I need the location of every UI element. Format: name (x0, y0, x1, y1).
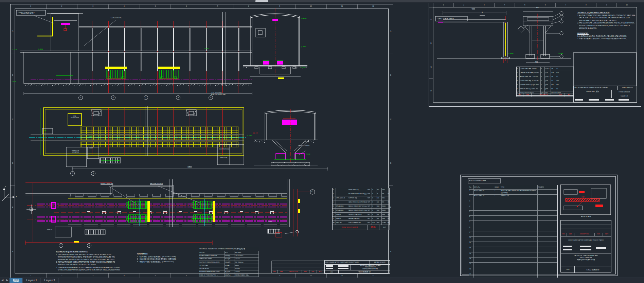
eq-item: PADDLE FEEDER (LEFT) 叶轮给煤机(左) (348, 205, 367, 209)
li-dwg (474, 216, 494, 221)
param-cn: 轨道型号 (225, 264, 234, 267)
pt-uwt: 3.1 (551, 87, 556, 91)
zone-number: 5 (140, 4, 171, 8)
tab-prev-icon[interactable]: ◀ (0, 278, 5, 283)
li-title (500, 216, 538, 221)
eq-h-no: No. (333, 221, 336, 225)
parts-row: 1 STEEL PLATE 钢板 -10 200×200 2 Q235 3.1 … (517, 87, 574, 91)
li-title (500, 242, 538, 247)
tab-next-icon[interactable]: ▶ (5, 278, 10, 283)
eq-no: 4 (333, 205, 336, 209)
li-no: 15 (469, 263, 474, 268)
eq-dwg: 8TB-A001.01 (336, 209, 348, 213)
note-line: MANUFACTURER'S INSTALLATION SPECIFICATIO… (56, 264, 161, 266)
eq-twt: 24000 (382, 209, 387, 213)
pt-item: STEEL PLATE 钢板 -10 200×200 (520, 87, 541, 91)
layout2-tab[interactable]: Layout2 (41, 278, 59, 283)
li-quan (494, 263, 500, 268)
eq-remark: CP23-S0806-03 (387, 192, 390, 196)
eq-h-item: ITEM & DIMENSIONS (348, 221, 367, 225)
grid-bubble-7: 7 (59, 243, 63, 248)
title-en1: LAYOUT OF TRACK HOPPER AND (360, 265, 381, 266)
list-row: 8 (469, 226, 557, 231)
pt-item: CHANNEL STEEL 槽钢 [25b×1880 (520, 83, 541, 87)
parts-row: 4 ANGLE STEEL 角钢 ∟63×6×180 3 Q235-A 1.8 … (517, 75, 574, 79)
eq-item: PADDLE FEEDER (RIGHT) 叶轮给煤机(右) (348, 209, 367, 213)
autocad-window: 123456789101112 123456789101112 ABCDEF A… (0, 0, 644, 283)
rev-label: REV. (517, 93, 523, 96)
layout1-tab[interactable]: Layout1 (23, 278, 41, 283)
li-quan (494, 216, 500, 221)
list-row: 9 (469, 231, 557, 236)
balloon-1: 1 (560, 11, 563, 13)
grid-bubble: 7 (144, 95, 148, 100)
zone-number: 3 (77, 4, 108, 8)
params-row: SCOPE OF SPEED REGULATION 调速范围 150~1500r… (199, 261, 259, 264)
param-name: MAXIMUM DIAMETER RECEIVED (199, 270, 225, 274)
eq-unit: SET (367, 205, 372, 209)
eq-unit: SET (367, 209, 372, 213)
param-value: 150~1500r/min (234, 261, 259, 264)
grid-bubble: 5 (78, 95, 83, 100)
eq-item: DRAIN TANK 水箱 (348, 188, 367, 192)
room-electric-label: ELECTRIC ROOM (219, 148, 229, 150)
mark-c-label: C (311, 191, 312, 192)
li-dwg (474, 226, 494, 231)
parts-row: 2 CHANNEL STEEL 槽钢 [25b×1880 1 Q235 18.1… (517, 83, 574, 87)
zone-number: 2 (453, 3, 474, 7)
equipment-row: 7 MAGNETIC SEPARATOR 电磁执行器 SET 6 48 288 … (333, 192, 390, 196)
li-quan (494, 252, 500, 258)
sheet2-frame-label: F2632-S0806-03WX (437, 18, 454, 20)
li-no: 10 (469, 237, 474, 242)
li-quan (494, 231, 500, 236)
model-tab[interactable]: 模型 (10, 278, 23, 283)
pt-remark (561, 87, 574, 91)
room-toilet-label: TOILET (89, 147, 93, 149)
eq-remark: GB/T11264-9L (387, 213, 390, 217)
pt-item: COVER PLATE 盖板 -6 60×60 (520, 67, 541, 71)
grid-bubble: 6 (111, 95, 115, 100)
li-dwg (474, 242, 494, 247)
rev-label: SIGN (556, 93, 565, 96)
zone-letter: A (429, 7, 433, 31)
pt-item: CHANNEL STEEL 槽钢 [25b×1880 (520, 71, 541, 75)
pt-mat: Q235-A (545, 67, 551, 71)
rev-label: DATE (567, 233, 574, 236)
pt-qty: 2 (541, 87, 545, 91)
eq-twt: 1360 (382, 217, 387, 221)
eq-h-uwt: UNIT (376, 221, 382, 225)
zone-number: 9 (596, 3, 616, 7)
params-row: TYPE OF RAIL 轨道型号 38kg/m (199, 264, 259, 267)
li-remark (538, 216, 557, 221)
zone-letter: B (389, 53, 393, 97)
list-row: 11 (469, 242, 557, 247)
eq-unit: SET (367, 196, 372, 200)
param-value: 300~600t/h (234, 251, 259, 254)
grid-bubble: 9 (209, 95, 213, 100)
eq-dwg: 38kg-10 (336, 213, 348, 217)
li-no: 11 (469, 242, 474, 247)
param-value: 4000mm (234, 267, 259, 271)
li-dwg (474, 247, 494, 252)
params-row: OUTPUT 出力 300~600t/h (199, 251, 259, 254)
params-row: MODE OF POWER SUPPLY 供电方式 FLEXIBLE CABLE… (199, 274, 259, 277)
drawing-title: LAYOUT OF TRACK HOPPER AND PADDLE FEEDER… (561, 253, 611, 266)
li-no: 5 (469, 211, 474, 216)
eq-no: 5 (333, 200, 336, 205)
li-remark (538, 190, 557, 195)
title-en2: PADDLE FEEDER (580, 257, 592, 259)
zone-letter: F (11, 229, 15, 273)
zone-number: 4 (108, 4, 140, 8)
li-h-title: TITLE (500, 185, 538, 190)
params-title: TECHNICAL PARAMETERS OF PADDLE FEEDER 叶轮… (199, 247, 259, 251)
pt-uwt: 1.8 (551, 75, 556, 79)
zone-letter: C (429, 55, 433, 78)
drawing-list-table: No. DWG. No. QUAN TITLE REMARK 1 F2632-S… (469, 185, 558, 279)
pt-remark (561, 71, 574, 75)
rev-label: APP. (565, 93, 574, 96)
zone-number: 7 (555, 3, 576, 7)
note-line: 3. THE ELEVATIONS LABELED IN THIS DRAWIN… (56, 266, 161, 269)
title-en1: LAYOUT OF TRACK HOPPER AND (574, 254, 598, 256)
list-row: 15 (469, 263, 557, 268)
parts-row: 5 CHANNEL STEEL 槽钢 [25b×1880 3 Q235 30.8… (517, 71, 574, 75)
